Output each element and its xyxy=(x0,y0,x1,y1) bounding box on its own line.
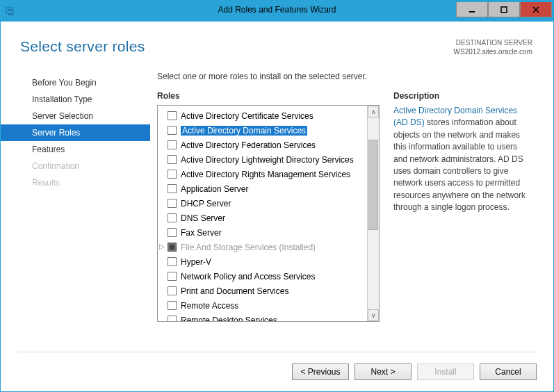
role-label: Active Directory Lightweight Directory S… xyxy=(181,155,354,165)
role-row[interactable]: Active Directory Certificate Services xyxy=(158,108,367,123)
role-label: Network Policy and Access Services xyxy=(181,272,315,281)
destination-label: DESTINATION SERVER xyxy=(454,38,532,47)
role-checkbox[interactable] xyxy=(168,111,177,120)
page-title: Select server roles xyxy=(20,38,145,56)
role-row[interactable]: Remote Access xyxy=(158,298,367,313)
expander-icon[interactable]: ▷ xyxy=(159,243,165,250)
svg-rect-2 xyxy=(8,9,12,10)
role-row[interactable]: Network Policy and Access Services xyxy=(158,269,367,284)
role-label: DNS Server xyxy=(181,213,225,223)
description-column: Description Active Directory Domain Serv… xyxy=(393,91,532,352)
titlebar[interactable]: Add Roles and Features Wizard xyxy=(1,1,553,22)
nav-step-5: Confirmation xyxy=(1,158,150,174)
roles-heading: Roles xyxy=(157,91,380,101)
role-row[interactable]: Application Server xyxy=(158,181,367,196)
svg-rect-5 xyxy=(501,7,507,13)
header: Select server roles DESTINATION SERVER W… xyxy=(1,22,553,66)
body: Before You BeginInstallation TypeServer … xyxy=(1,66,553,352)
nav-step-1[interactable]: Installation Type xyxy=(1,91,150,108)
role-label: Active Directory Federation Services xyxy=(181,140,316,150)
roles-column: Roles Active Directory Certificate Servi… xyxy=(157,91,380,352)
instruction-text: Select one or more roles to install on t… xyxy=(157,72,532,81)
role-row[interactable]: Active Directory Domain Services xyxy=(158,123,367,138)
window-buttons xyxy=(456,2,553,17)
wizard-nav: Before You BeginInstallation TypeServer … xyxy=(1,66,150,352)
role-checkbox[interactable] xyxy=(168,228,177,237)
role-row[interactable]: ▷File And Storage Services (Installed) xyxy=(158,240,367,254)
role-checkbox[interactable] xyxy=(168,199,177,208)
role-label: Remote Desktop Services xyxy=(181,316,277,322)
role-label: Hyper-V xyxy=(181,257,211,267)
role-row[interactable]: DHCP Server xyxy=(158,196,367,211)
role-checkbox[interactable] xyxy=(168,126,177,135)
nav-step-2[interactable]: Server Selection xyxy=(1,108,150,124)
minimize-button[interactable] xyxy=(456,2,488,17)
nav-step-4[interactable]: Features xyxy=(1,141,150,158)
install-button[interactable]: Install xyxy=(417,364,474,380)
role-row[interactable]: Active Directory Lightweight Directory S… xyxy=(158,152,367,167)
role-checkbox[interactable] xyxy=(168,140,177,149)
role-row[interactable]: Active Directory Federation Services xyxy=(158,138,367,152)
nav-step-0[interactable]: Before You Begin xyxy=(1,74,150,91)
roles-listbox[interactable]: Active Directory Certificate ServicesAct… xyxy=(157,105,380,322)
role-label: File And Storage Services (Installed) xyxy=(181,243,316,252)
role-checkbox[interactable] xyxy=(168,213,177,222)
scroll-up-button[interactable]: ∧ xyxy=(368,106,379,117)
role-label: Print and Document Services xyxy=(181,286,288,296)
next-button[interactable]: Next > xyxy=(355,364,412,380)
nav-step-6: Results xyxy=(1,174,150,191)
maximize-button[interactable] xyxy=(488,2,520,17)
nav-step-3[interactable]: Server Roles xyxy=(1,124,150,141)
role-label: Application Server xyxy=(181,184,248,194)
role-checkbox[interactable] xyxy=(168,286,177,295)
role-label: Remote Access xyxy=(181,301,238,311)
role-checkbox[interactable] xyxy=(168,243,177,252)
role-label: Active Directory Domain Services xyxy=(181,126,307,136)
role-row[interactable]: Fax Server xyxy=(158,225,367,240)
scroll-down-button[interactable]: ∨ xyxy=(368,309,379,321)
previous-button[interactable]: < Previous xyxy=(292,364,349,380)
main-pane: Select one or more roles to install on t… xyxy=(150,66,553,352)
role-checkbox[interactable] xyxy=(168,184,177,193)
role-label: DHCP Server xyxy=(181,199,231,209)
role-checkbox[interactable] xyxy=(168,316,177,321)
scroll-track[interactable] xyxy=(368,117,379,309)
role-row[interactable]: Active Directory Rights Management Servi… xyxy=(158,167,367,181)
role-row[interactable]: Remote Desktop Services xyxy=(158,313,367,321)
description-heading: Description xyxy=(393,91,532,101)
role-label: Fax Server xyxy=(181,228,222,238)
scroll-thumb[interactable] xyxy=(368,140,378,230)
role-row[interactable]: Print and Document Services xyxy=(158,284,367,298)
close-button[interactable] xyxy=(520,2,552,17)
wizard-window: Add Roles and Features Wizard Select ser… xyxy=(0,0,554,392)
role-row[interactable]: DNS Server xyxy=(158,211,367,225)
destination-info: DESTINATION SERVER WS2012.sites.oracle.c… xyxy=(454,38,532,56)
svg-rect-3 xyxy=(8,10,12,11)
svg-rect-4 xyxy=(469,11,475,13)
role-checkbox[interactable] xyxy=(168,272,177,281)
scrollbar[interactable]: ∧ ∨ xyxy=(367,106,379,321)
cancel-button[interactable]: Cancel xyxy=(480,364,537,380)
role-checkbox[interactable] xyxy=(168,155,177,164)
role-label: Active Directory Certificate Services xyxy=(181,111,313,121)
description-body: stores information about objects on the … xyxy=(393,117,526,212)
role-checkbox[interactable] xyxy=(168,170,177,179)
role-label: Active Directory Rights Management Servi… xyxy=(181,170,350,179)
role-checkbox[interactable] xyxy=(168,257,177,266)
description-text: Active Directory Domain Services (AD DS)… xyxy=(393,105,532,214)
role-row[interactable]: Hyper-V xyxy=(158,254,367,269)
svg-rect-1 xyxy=(8,14,13,15)
app-icon xyxy=(5,6,16,17)
footer: < Previous Next > Install Cancel xyxy=(1,352,553,391)
role-checkbox[interactable] xyxy=(168,301,177,310)
destination-server: WS2012.sites.oracle.com xyxy=(454,47,532,56)
